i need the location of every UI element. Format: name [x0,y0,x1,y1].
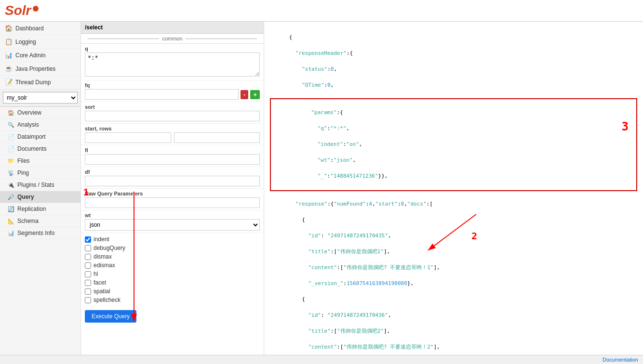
sidebar-item-java-properties[interactable]: ☕ Java Properties [0,62,80,76]
core-admin-icon: 📊 [5,52,13,59]
top-nav: 🏠 Dashboard 📋 Logging 📊 Core Admin ☕ Jav… [0,22,80,89]
checkboxes-group: indent debugQuery dismax edismax hl face… [81,233,264,306]
sub-nav: 🏠 Overview 🔍 Analysis 📄 Dataimport 📄 Doc… [0,107,80,239]
collection-dropdown[interactable]: my_solr [3,92,78,104]
schema-icon: 📐 [8,218,14,224]
fq-add-button[interactable]: + [250,90,260,99]
start-rows-label: start, rows [85,126,260,131]
collection-selector[interactable]: my_solr [0,89,80,107]
sidebar-item-plugins-stats[interactable]: 🔌 Plugins / Stats [0,179,80,191]
dismax-checkbox-item: dismax [85,252,260,261]
fl-group: fl [81,145,264,167]
edismax-checkbox[interactable] [85,262,91,269]
debugquery-checkbox[interactable] [85,245,91,251]
edismax-checkbox-label: edismax [94,262,115,269]
thread-dump-icon: 📝 [5,78,13,86]
annotation-3: 3 [622,118,629,135]
debugquery-checkbox-label: debugQuery [94,245,125,251]
dismax-checkbox-label: dismax [94,253,112,260]
sidebar-item-schema[interactable]: 📐 Schema [0,215,80,227]
params-highlight-box: "params":{ "q":"*:*", "indent":"on", "wt… [270,98,637,192]
fq-group: fq - + [81,80,264,102]
query-panel: /select common q *:* fq - + sort start, … [81,22,264,355]
solr-dot-icon [33,6,39,12]
spellcheck-checkbox-item: spellcheck [85,296,260,304]
sidebar-item-ping[interactable]: 📡 Ping [0,167,80,179]
facet-checkbox-item: facet [85,278,260,287]
fl-label: fl [85,147,260,153]
spellcheck-checkbox[interactable] [85,297,91,303]
common-section-label: common [81,34,264,44]
json-output: { "responseHeader":{ "status":0, "QTime"… [270,26,637,97]
header: Solr [0,0,643,22]
sidebar-item-dataimport[interactable]: 📄 Dataimport [0,131,80,143]
sort-input[interactable] [85,111,260,121]
fq-remove-button[interactable]: - [241,90,248,99]
q-input[interactable]: *:* [85,52,260,77]
sidebar-item-query[interactable]: 🔎 Query [0,191,80,203]
hl-checkbox-item: hl [85,270,260,278]
output-panel[interactable]: { "responseHeader":{ "status":0, "QTime"… [264,22,643,355]
java-properties-icon: ☕ [5,65,13,72]
start-input[interactable]: 0 [85,132,171,143]
plugins-stats-icon: 🔌 [8,182,14,188]
sidebar-item-core-admin[interactable]: 📊 Core Admin [0,49,80,62]
sidebar-item-documents[interactable]: 📄 Documents [0,143,80,155]
sort-group: sort [81,102,264,124]
fq-label: fq [85,82,260,88]
fq-row: - + [85,89,260,100]
rows-input[interactable]: 10 [174,132,260,143]
query-icon: 🔎 [8,194,14,200]
spatial-checkbox-label: spatial [94,288,110,295]
analysis-icon: 🔍 [8,122,14,128]
fl-input[interactable] [85,154,260,165]
segments-info-icon: 📊 [8,230,14,236]
wt-label: wt [85,212,260,218]
dashboard-icon: 🏠 [5,25,13,32]
indent-checkbox[interactable] [85,236,91,243]
sidebar-item-overview[interactable]: 🏠 Overview [0,107,80,119]
df-label: df [85,169,260,175]
sidebar-item-logging[interactable]: 📋 Logging [0,35,80,49]
sidebar-item-segments-info[interactable]: 📊 Segments Info [0,227,80,239]
solr-logo: Solr [5,3,31,18]
wt-group: wt json xml python ruby php csv [81,210,264,233]
sidebar-item-files[interactable]: 📁 Files [0,155,80,167]
main-layout: 🏠 Dashboard 📋 Logging 📊 Core Admin ☕ Jav… [0,22,643,355]
df-group: df [81,167,264,189]
raw-query-group: Raw Query Parameters key1=val1&key2=val2 [81,189,264,210]
spatial-checkbox[interactable] [85,288,91,295]
spellcheck-checkbox-label: spellcheck [94,297,121,303]
params-json: "params":{ "q":"*:*", "indent":"on", "wt… [273,101,634,189]
raw-query-label: Raw Query Parameters [85,191,260,196]
df-input[interactable] [85,176,260,186]
annotation-2: 2 [471,229,477,243]
facet-checkbox-label: facet [94,279,106,286]
replication-icon: 🔄 [8,206,14,212]
execute-query-button[interactable]: Execute Query [85,310,136,323]
sidebar-item-dashboard[interactable]: 🏠 Dashboard [0,22,80,35]
sidebar-item-thread-dump[interactable]: 📝 Thread Dump [0,76,80,89]
debugquery-checkbox-item: debugQuery [85,244,260,252]
q-group: q *:* [81,44,264,80]
fq-input[interactable] [85,89,239,100]
hl-checkbox[interactable] [85,271,91,277]
documents-icon: 📄 [8,146,14,152]
indent-checkbox-label: indent [94,236,109,243]
overview-icon: 🏠 [8,110,14,116]
logging-icon: 📋 [5,38,13,45]
documentation-link[interactable]: Documentation [603,357,638,363]
sidebar-item-replication[interactable]: 🔄 Replication [0,203,80,215]
wt-select[interactable]: json xml python ruby php csv [85,219,260,231]
dismax-checkbox[interactable] [85,254,91,260]
facet-checkbox[interactable] [85,280,91,286]
response-json: "response":{"numFound":4,"start":0,"docs… [270,192,637,355]
edismax-checkbox-item: edismax [85,261,260,270]
sidebar-item-analysis[interactable]: 🔍 Analysis [0,119,80,131]
hl-checkbox-label: hl [94,271,98,277]
annotation-1: 1 [83,187,89,198]
sidebar: 🏠 Dashboard 📋 Logging 📊 Core Admin ☕ Jav… [0,22,81,355]
footer: Documentation [0,355,643,364]
sort-label: sort [85,104,260,110]
raw-query-input[interactable]: key1=val1&key2=val2 [85,197,260,208]
